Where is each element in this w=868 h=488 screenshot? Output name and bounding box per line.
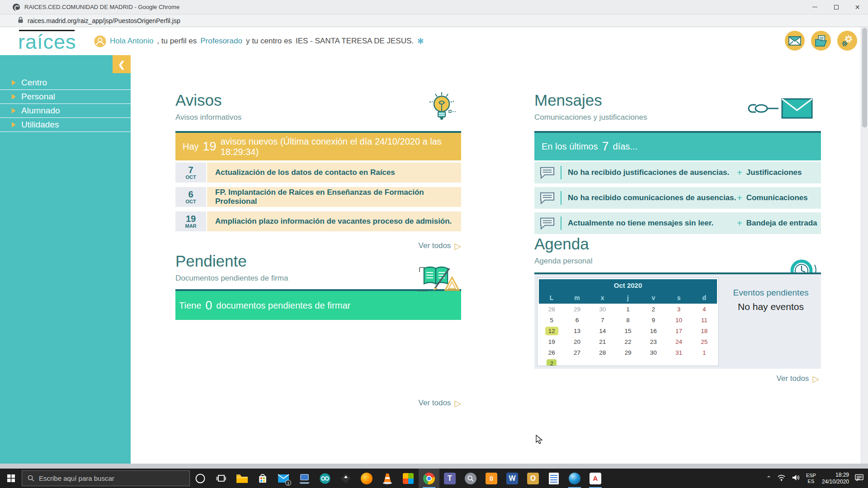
taskbar-icon-vlc[interactable] xyxy=(377,469,398,488)
sidebar-item-personal[interactable]: Personal xyxy=(0,90,131,104)
aviso-text[interactable]: Actualización de los datos de contacto e… xyxy=(207,163,461,183)
aviso-text[interactable]: Ampliación plazo información de vacantes… xyxy=(207,211,461,231)
calendar-day[interactable]: 15 xyxy=(624,328,631,334)
calendar-day[interactable]: 24 xyxy=(675,338,682,345)
sidebar-item-alumnado[interactable]: Alumnado xyxy=(0,104,131,118)
calendar-day[interactable]: 26 xyxy=(548,349,555,356)
avisos-ver-todos[interactable]: Ver todos▷ xyxy=(175,240,461,251)
scrollbar-thumb[interactable] xyxy=(862,28,867,127)
calendar-day[interactable]: 16 xyxy=(650,328,657,334)
calendar-day[interactable]: 20 xyxy=(574,338,580,345)
calendar-day[interactable]: 30 xyxy=(599,306,606,313)
taskbar-icon-teams[interactable]: T xyxy=(439,469,460,488)
calendar-day[interactable]: 2 xyxy=(547,360,557,366)
taskbar-icon-arduino[interactable] xyxy=(315,469,335,488)
taskbar-search-input[interactable]: Escribe aquí para buscar xyxy=(22,470,190,486)
calendar-day[interactable]: 14 xyxy=(599,328,606,334)
settings-button[interactable] xyxy=(837,31,857,51)
calendar-day[interactable]: 1 xyxy=(626,306,630,313)
calendar-day[interactable]: 11 xyxy=(701,317,708,324)
taskbar-icon-inkscape[interactable] xyxy=(335,469,356,488)
taskbar-icon-task-view[interactable] xyxy=(211,469,231,488)
calendar-day[interactable]: 19 xyxy=(548,338,555,345)
link-comunicaciones[interactable]: +Comunicaciones xyxy=(737,193,821,203)
calendar-day[interactable]: 25 xyxy=(701,338,708,345)
calendar-day[interactable]: 30 xyxy=(650,349,657,356)
ver-todos-label[interactable]: Ver todos xyxy=(419,241,451,250)
taskbar-icon-color-grid[interactable] xyxy=(398,469,419,488)
mail-button[interactable] xyxy=(785,31,805,51)
calendar-day[interactable]: 5 xyxy=(550,317,553,324)
calendar-day[interactable]: 4 xyxy=(703,306,706,313)
taskbar-icon-word[interactable]: W xyxy=(502,469,523,488)
taskbar-icon-laptop[interactable] xyxy=(294,469,315,488)
taskbar-icon-chrome[interactable] xyxy=(419,469,439,488)
calendar-day[interactable]: 21 xyxy=(599,338,606,345)
calendar-day[interactable]: 17 xyxy=(675,328,682,334)
action-center-icon[interactable] xyxy=(855,474,863,483)
calendar-day[interactable]: 1 xyxy=(703,349,706,356)
url-text[interactable]: raices.madrid.org/raiz_app/jsp/PuestosOr… xyxy=(28,17,180,24)
taskbar-icon-outlook[interactable]: O xyxy=(523,469,543,488)
aviso-row[interactable]: 7OCT Actualización de los datos de conta… xyxy=(175,163,461,183)
calendar-day[interactable]: 2 xyxy=(652,306,656,313)
taskbar-icon-search-app[interactable] xyxy=(460,469,481,488)
pendiente-ver-todos[interactable]: Ver todos▷ xyxy=(175,398,461,408)
calendar-day[interactable]: 29 xyxy=(624,349,631,356)
calendar-day[interactable]: 9 xyxy=(652,317,656,324)
taskbar-icon-firefox[interactable] xyxy=(356,469,377,488)
agenda-ver-todos[interactable]: Ver todos▷ xyxy=(534,373,819,384)
wifi-icon[interactable] xyxy=(777,474,786,483)
maximize-button[interactable] xyxy=(826,0,847,14)
taskbar-icon-store[interactable] xyxy=(252,469,273,488)
documents-button[interactable] xyxy=(811,31,831,51)
calendar-day[interactable]: 18 xyxy=(701,328,708,334)
taskbar-icon-notepad[interactable] xyxy=(543,469,564,488)
calendar-day[interactable]: 31 xyxy=(675,349,682,356)
tray-clock[interactable]: 18:2924/10/2020 xyxy=(822,472,849,485)
browser-urlbar[interactable]: raices.madrid.org/raiz_app/jsp/PuestosOr… xyxy=(0,14,868,27)
raices-logo[interactable]: raíces xyxy=(18,29,76,54)
switch-profile-icon[interactable]: ✻ xyxy=(417,37,424,46)
taskbar-icon-phone[interactable]: 0 xyxy=(481,469,502,488)
calendar-day[interactable]: 10 xyxy=(675,317,682,324)
language-indicator[interactable]: ESPES xyxy=(806,473,816,484)
calendar-day[interactable]: 22 xyxy=(624,338,631,345)
calendar-day[interactable]: 28 xyxy=(548,306,555,313)
taskbar-icon-media-player[interactable] xyxy=(564,469,585,488)
ver-todos-label[interactable]: Ver todos xyxy=(777,374,809,383)
aviso-row[interactable]: 19MAR Ampliación plazo información de va… xyxy=(175,211,461,231)
mensaje-link-label[interactable]: Justificaciones xyxy=(746,168,802,177)
calendar-day[interactable]: 13 xyxy=(574,328,580,334)
calendar-day[interactable]: 28 xyxy=(599,349,606,356)
aviso-text[interactable]: FP. Implantación de Raíces en Enseñanzas… xyxy=(207,187,461,207)
link-justificaciones[interactable]: +Justificaciones xyxy=(737,168,821,178)
tray-expand-icon[interactable]: ⌃ xyxy=(766,475,771,482)
mensaje-link-label[interactable]: Bandeja de entrada xyxy=(746,219,817,228)
taskbar-icon-acrobat[interactable]: A xyxy=(585,469,606,488)
calendar-day[interactable]: 3 xyxy=(677,306,681,313)
ver-todos-label[interactable]: Ver todos xyxy=(419,399,451,408)
mensaje-link-label[interactable]: Comunicaciones xyxy=(746,193,808,202)
taskbar-icon-file-explorer[interactable] xyxy=(231,469,252,488)
calendar-day[interactable]: 27 xyxy=(574,349,580,356)
calendar-day[interactable]: 12 xyxy=(545,328,558,334)
calendar-day[interactable]: 8 xyxy=(626,317,630,324)
taskbar-icon-cortana[interactable] xyxy=(190,469,211,488)
sidebar-item-centro[interactable]: Centro xyxy=(0,76,131,90)
calendar-day[interactable]: 6 xyxy=(576,317,579,324)
taskbar-icon-mail[interactable]: 1 xyxy=(273,469,294,488)
calendar-day[interactable]: 29 xyxy=(574,306,580,313)
calendar-month-title[interactable]: Oct 2020 xyxy=(539,279,717,292)
close-button[interactable]: ✕ xyxy=(847,0,868,14)
link-bandeja-entrada[interactable]: +Bandeja de entrada xyxy=(737,218,821,229)
calendar-day[interactable]: 23 xyxy=(650,338,657,345)
start-button[interactable] xyxy=(0,469,22,488)
aviso-row[interactable]: 6OCT FP. Implantación de Raíces en Enseñ… xyxy=(175,187,461,207)
volume-icon[interactable] xyxy=(792,474,800,483)
calendar-day[interactable]: 7 xyxy=(601,317,604,324)
scrollbar[interactable] xyxy=(861,27,868,464)
minimize-button[interactable] xyxy=(804,0,826,14)
sidebar-item-utilidades[interactable]: Utilidades xyxy=(0,118,131,132)
sidebar-collapse-button[interactable]: ❮ xyxy=(113,55,131,73)
